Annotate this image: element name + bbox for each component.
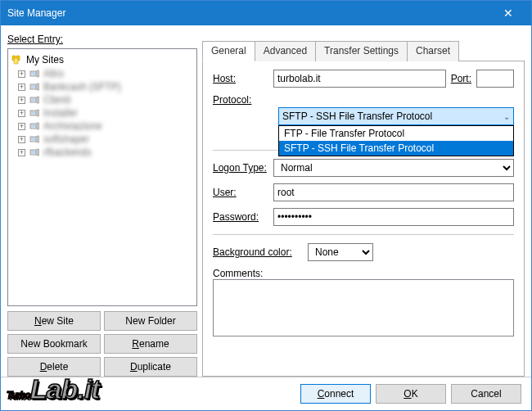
password-row: Password:: [213, 208, 514, 226]
new-folder-button[interactable]: New Folder: [104, 311, 197, 331]
svg-rect-16: [31, 124, 35, 128]
ok-button[interactable]: OK: [376, 384, 446, 404]
tab-charset[interactable]: Charset: [407, 41, 459, 61]
host-icon: [29, 133, 40, 145]
duplicate-button[interactable]: Duplicate: [104, 357, 197, 377]
separator-2: [213, 234, 514, 235]
delete-button[interactable]: Delete: [7, 357, 101, 377]
expander-icon[interactable]: +: [18, 110, 25, 117]
port-input[interactable]: [476, 70, 514, 88]
port-label: Port:: [451, 73, 471, 84]
expander-icon[interactable]: +: [18, 97, 25, 104]
host-icon: [29, 68, 40, 79]
svg-rect-23: [37, 149, 39, 156]
tab-advanced[interactable]: Advanced: [255, 41, 316, 61]
svg-rect-17: [37, 123, 39, 129]
tree-item-label: Bankcash (SFTP): [43, 81, 121, 93]
tab-general[interactable]: General: [202, 41, 255, 61]
comments-textarea[interactable]: [213, 279, 514, 336]
comments-label: Comments:: [213, 268, 263, 279]
sites-tree[interactable]: My Sites +Altro+Bankcash (SFTP)+Clienti+…: [7, 48, 197, 306]
dialog-button-bar: Connect OK Cancel: [1, 377, 531, 410]
svg-rect-19: [31, 138, 35, 141]
svg-rect-4: [31, 72, 35, 75]
host-icon: [29, 107, 40, 119]
svg-rect-7: [31, 85, 35, 88]
protocol-option-list: FTP - File Transfer Protocol SFTP - SSH …: [278, 125, 514, 156]
protocol-option-ftp[interactable]: FTP - File Transfer Protocol: [279, 126, 513, 141]
tab-strip: General Advanced Transfer Settings Chars…: [202, 40, 525, 61]
client-area: Select Entry: My Sites +Altro+Bankcash (…: [1, 25, 531, 377]
site-manager-window: Site Manager ✕ Select Entry: My Sites +A…: [0, 0, 532, 411]
entry-buttons: New Site New Folder New Bookmark Rename …: [7, 311, 197, 377]
password-input[interactable]: [273, 208, 514, 226]
protocol-dropdown[interactable]: SFTP - SSH File Transfer Protocol ⌄ FTP …: [213, 107, 514, 156]
tree-item-label: Installer: [43, 107, 78, 119]
expander-icon[interactable]: +: [18, 123, 25, 130]
select-entry-label: Select Entry:: [7, 34, 197, 45]
protocol-option-sftp[interactable]: SFTP - SSH File Transfer Protocol: [279, 141, 513, 156]
user-input[interactable]: [273, 183, 514, 201]
tree-item-label: Altro: [43, 68, 64, 79]
expander-icon[interactable]: +: [18, 84, 25, 91]
left-panel: Select Entry: My Sites +Altro+Bankcash (…: [7, 32, 197, 377]
svg-rect-14: [37, 110, 39, 116]
host-row: Host: Port:: [213, 70, 514, 88]
user-label: User:: [213, 187, 268, 198]
svg-rect-2: [14, 58, 18, 64]
expander-icon[interactable]: +: [18, 136, 25, 143]
window-title: Site Manager: [7, 7, 492, 19]
tree-item[interactable]: +Altro: [10, 67, 195, 80]
host-icon: [29, 81, 40, 93]
comments-block: Comments:: [213, 268, 514, 339]
protocol-label: Protocol:: [213, 94, 268, 106]
tree-item[interactable]: +rfbackends: [10, 146, 195, 159]
right-panel: General Advanced Transfer Settings Chars…: [202, 32, 525, 377]
svg-rect-13: [31, 111, 35, 115]
tree-root-label: My Sites: [26, 54, 64, 65]
logon-type-select[interactable]: Normal: [273, 159, 514, 177]
bgcolor-label: Background color:: [213, 246, 303, 258]
expander-icon[interactable]: +: [18, 70, 25, 78]
svg-rect-8: [37, 84, 39, 90]
tree-item-label: rfbackends: [43, 147, 92, 158]
tab-transfer-settings[interactable]: Transfer Settings: [315, 41, 408, 61]
user-row: User:: [213, 183, 514, 201]
tree-root-my-sites[interactable]: My Sites: [10, 52, 195, 67]
host-input[interactable]: [273, 70, 446, 88]
chevron-down-icon: ⌄: [503, 112, 510, 121]
rename-button[interactable]: Rename: [104, 334, 197, 354]
expander-icon[interactable]: +: [18, 149, 25, 156]
host-icon: [29, 120, 40, 132]
close-icon[interactable]: ✕: [492, 7, 525, 20]
tab-body-general: Host: Port: Protocol: SFTP - SSH File Tr…: [202, 61, 525, 377]
logon-label: Logon Type:: [213, 162, 268, 174]
cancel-button[interactable]: Cancel: [451, 384, 521, 404]
bgcolor-row: Background color: None: [213, 243, 514, 261]
tree-item[interactable]: +Bankcash (SFTP): [10, 80, 195, 93]
tree-item[interactable]: +Archiviazione: [10, 120, 195, 133]
tree-item-label: Archiviazione: [43, 120, 101, 132]
connect-button[interactable]: Connect: [300, 384, 371, 404]
tree-item-label: Clienti: [43, 94, 70, 106]
svg-rect-5: [37, 70, 39, 77]
svg-rect-11: [37, 97, 39, 103]
svg-rect-20: [37, 136, 39, 142]
bgcolor-select[interactable]: None: [308, 243, 373, 261]
host-icon: [29, 94, 40, 106]
new-bookmark-button[interactable]: New Bookmark: [7, 334, 101, 354]
svg-rect-22: [31, 151, 35, 154]
protocol-row: Protocol:: [213, 94, 514, 106]
tree-item[interactable]: +Clienti: [10, 93, 195, 106]
sites-icon: [11, 54, 23, 65]
host-icon: [29, 147, 40, 158]
logon-row: Logon Type: Normal: [213, 159, 514, 177]
protocol-selectbox[interactable]: SFTP - SSH File Transfer Protocol ⌄: [278, 107, 514, 125]
protocol-selected-text: SFTP - SSH File Transfer Protocol: [282, 111, 432, 122]
svg-rect-10: [31, 98, 35, 102]
titlebar: Site Manager ✕: [1, 1, 531, 25]
tree-item[interactable]: +Installer: [10, 106, 195, 120]
tree-item[interactable]: +softshaper: [10, 133, 195, 146]
tree-item-label: softshaper: [43, 133, 89, 145]
new-site-button[interactable]: New Site: [7, 311, 101, 331]
